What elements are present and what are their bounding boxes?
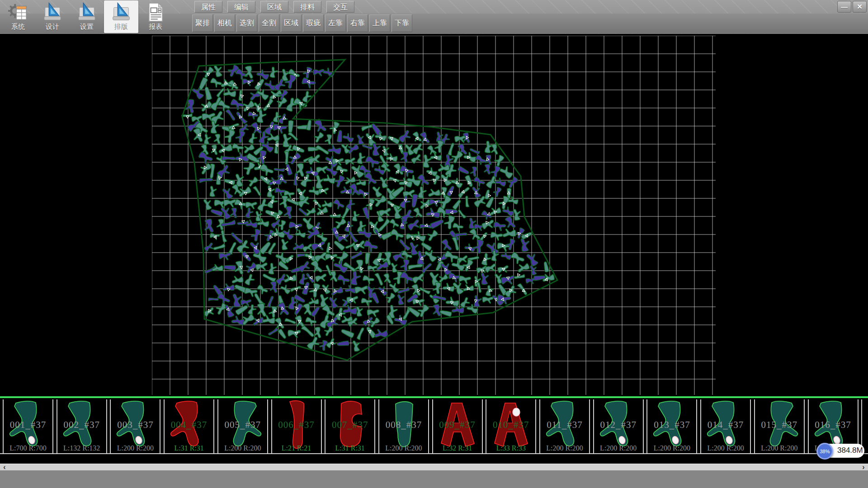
piece-id-label: 007_#37 (326, 419, 374, 431)
tool-button-7[interactable]: 右靠 (347, 14, 368, 32)
piece-counts-label: L:132 R:132 (57, 444, 106, 452)
main-button-label: 设置 (80, 23, 94, 30)
utilization-badge: 38% 384.8M (816, 443, 866, 460)
main-button-label: 报表 (149, 23, 162, 30)
menu-item-3[interactable]: 排料 (293, 1, 321, 13)
piece-id-label: 001_#37 (4, 419, 52, 431)
tool-button-4[interactable]: 区域 (281, 14, 302, 32)
main-button-report-doc[interactable]: 报表 (138, 0, 173, 33)
tool-button-5[interactable]: 瑕疵 (303, 14, 324, 32)
pieces-thumbnail-strip: 001_#37L:700 R:700002_#37L:132 R:132003_… (0, 396, 868, 456)
status-footer (0, 470, 868, 488)
main-button-design-ruler[interactable]: 设计 (35, 0, 70, 33)
close-button[interactable]: ✕ (853, 1, 867, 13)
piece-counts-label: L:32 R:31 (433, 444, 482, 452)
piece-thumbnail-011_#37[interactable]: 011_#37L:200 R:200 (539, 399, 590, 453)
piece-id-label: 005_#37 (218, 419, 267, 431)
tool-button-1[interactable]: 相机 (214, 14, 235, 32)
piece-thumbnail-008_#37[interactable]: 008_#37L:200 R:200 (378, 399, 429, 453)
main-button-system-gear[interactable]: 系统 (1, 0, 35, 33)
titlebar: 系统设计设置排版报表 属性编辑区域排料交互 聚排相机选割全割区域瑕疵左靠右靠上靠… (0, 0, 868, 34)
main-button-label: 排版 (114, 23, 128, 30)
piece-thumbnail-015_#37[interactable]: 015_#37L:200 R:200 (754, 399, 805, 453)
settings-ruler-icon (76, 2, 97, 23)
piece-id-label: 008_#37 (379, 419, 428, 431)
tool-button-9[interactable]: 下靠 (392, 14, 412, 32)
piece-counts-label: L:200 R:200 (755, 444, 804, 452)
nesting-canvas-svg (152, 36, 716, 395)
piece-id-label: 003_#37 (111, 419, 160, 431)
workspace-background (0, 34, 868, 396)
piece-thumbnail-014_#37[interactable]: 014_#37L:200 R:200 (700, 399, 751, 453)
tool-button-2[interactable]: 选割 (236, 14, 257, 32)
tool-button-3[interactable]: 全割 (259, 14, 279, 32)
report-doc-icon (145, 2, 166, 23)
piece-counts-label: L:200 R:200 (218, 444, 267, 452)
piece-thumbnail-002_#37[interactable]: 002_#37L:132 R:132 (57, 399, 107, 453)
piece-id-label: 014_#37 (701, 419, 750, 431)
menu-item-2[interactable]: 区域 (260, 1, 288, 13)
piece-counts-label: L:200 R:200 (701, 444, 750, 452)
nesting-ruler-icon (111, 2, 132, 23)
main-button-settings-ruler[interactable]: 设置 (70, 0, 104, 33)
memory-value: 384.8M (837, 446, 863, 455)
piece-id-label: 010_#37 (486, 419, 535, 431)
piece-thumbnail-003_#37[interactable]: 003_#37L:200 R:200 (110, 399, 160, 453)
piece-id-label: 004_#37 (165, 419, 213, 431)
nesting-canvas[interactable] (152, 36, 716, 395)
main-button-nesting-ruler[interactable]: 排版 (104, 0, 138, 33)
piece-counts-label: L:700 R:700 (4, 444, 52, 452)
piece-thumbnail-013_#37[interactable]: 013_#37L:200 R:200 (646, 399, 697, 453)
horizontal-scrollbar[interactable]: ‹ › (0, 464, 868, 470)
piece-counts-label: L:200 R:200 (379, 444, 428, 452)
piece-thumbnail-012_#37[interactable]: 012_#37L:200 R:200 (593, 399, 644, 453)
piece-id-label: 015_#37 (755, 419, 804, 431)
piece-thumbnail-007_#37[interactable]: 007_#37L:31 R:31 (325, 399, 375, 453)
piece-counts-label: L:200 R:200 (594, 444, 643, 452)
progress-circle: 38% (816, 443, 833, 460)
piece-thumbnail-010_#37[interactable]: 010_#37L:33 R:33 (486, 399, 536, 453)
piece-thumbnail-004_#37[interactable]: 004_#37L:31 R:31 (164, 399, 214, 453)
piece-id-label: 013_#37 (647, 419, 696, 431)
main-toolbar: 系统设计设置排版报表 (1, 0, 173, 33)
system-gear-icon (8, 2, 28, 23)
menu-item-0[interactable]: 属性 (194, 1, 222, 13)
tool-button-6[interactable]: 左靠 (325, 14, 346, 32)
tool-button-8[interactable]: 上靠 (369, 14, 390, 32)
main-button-label: 设计 (46, 23, 59, 30)
piece-id-label: 016_#37 (809, 419, 858, 431)
piece-id-label: 011_#37 (540, 419, 589, 431)
piece-thumbnail-009_#37[interactable]: 009_#37L:32 R:31 (432, 399, 483, 453)
piece-id-label: 002_#37 (57, 419, 106, 431)
piece-counts-label: L:31 R:31 (326, 444, 374, 452)
minimize-button[interactable]: — (837, 1, 851, 13)
scroll-right-arrow-icon[interactable]: › (860, 464, 867, 470)
piece-id-label: 012_#37 (594, 419, 643, 431)
piece-thumbnail-006_#37[interactable]: 006_#37L:21 R:21 (271, 399, 322, 453)
menu-item-1[interactable]: 编辑 (227, 1, 255, 13)
menu-bar: 属性编辑区域排料交互 (194, 1, 354, 13)
nesting-tool-bar: 聚排相机选割全割区域瑕疵左靠右靠上靠下靠 (192, 14, 412, 32)
piece-counts-label: L:31 R:31 (165, 444, 213, 452)
piece-counts-label: L:200 R:200 (111, 444, 160, 452)
piece-thumbnail-001_#37[interactable]: 001_#37L:700 R:700 (3, 399, 53, 453)
design-ruler-icon (42, 2, 63, 23)
piece-counts-label: L:200 R:200 (647, 444, 696, 452)
piece-id-label: 009_#37 (433, 419, 482, 431)
scroll-left-arrow-icon[interactable]: ‹ (1, 464, 8, 470)
piece-counts-label: L:21 R:21 (272, 444, 321, 452)
window-controls: — ✕ (837, 1, 867, 13)
tool-button-0[interactable]: 聚排 (192, 14, 213, 32)
piece-thumbnail-005_#37[interactable]: 005_#37L:200 R:200 (217, 399, 268, 453)
piece-id-label: 006_#37 (272, 419, 321, 431)
piece-counts-label: L:33 R:33 (486, 444, 535, 452)
main-button-label: 系统 (11, 23, 25, 30)
menu-item-4[interactable]: 交互 (326, 1, 354, 13)
piece-counts-label: L:200 R:200 (540, 444, 589, 452)
